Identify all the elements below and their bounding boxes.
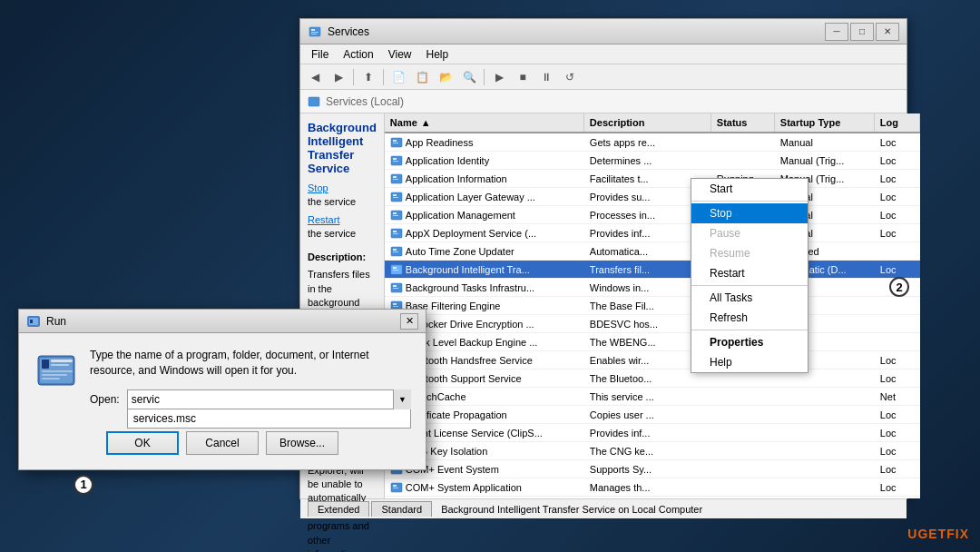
col-name[interactable]: Name ▲ xyxy=(385,113,584,132)
close-button[interactable]: ✕ xyxy=(876,23,899,41)
table-row[interactable]: Application Identity Determines ... Manu… xyxy=(385,152,920,170)
maximize-button[interactable]: □ xyxy=(850,23,874,41)
toolbar-separator-3 xyxy=(484,69,485,85)
service-row-icon xyxy=(390,263,403,276)
show-hide-button[interactable]: 📄 xyxy=(387,67,409,87)
menu-action[interactable]: Action xyxy=(336,46,380,63)
restart-link[interactable]: Restart xyxy=(308,214,377,225)
run-icon-container xyxy=(34,348,79,393)
menu-view[interactable]: View xyxy=(381,46,419,63)
table-row[interactable]: Application Information Facilitates t...… xyxy=(385,170,920,188)
col-log[interactable]: Log xyxy=(875,113,920,132)
run-input[interactable] xyxy=(127,389,411,409)
service-row-icon xyxy=(390,172,403,185)
service-startup xyxy=(775,388,875,405)
up-button[interactable]: ⬆ xyxy=(358,67,379,87)
col-description[interactable]: Description xyxy=(584,113,711,132)
forward-button[interactable]: ▶ xyxy=(328,67,349,87)
badge-2: 2 xyxy=(889,277,909,297)
table-row[interactable]: Client License Service (ClipS... Provide… xyxy=(385,424,920,442)
restart-button[interactable]: ↺ xyxy=(559,67,581,87)
context-menu-item-refresh[interactable]: Refresh xyxy=(691,308,808,328)
table-row[interactable]: App Readiness Gets apps re... Manual Loc xyxy=(385,133,920,152)
table-row[interactable]: CNG Key Isolation The CNG ke... Loc xyxy=(385,442,920,460)
tab-standard[interactable]: Standard xyxy=(371,501,432,517)
context-menu-item-start[interactable]: Start xyxy=(691,179,808,199)
table-header: Name ▲ Description Status Startup Type L… xyxy=(385,113,920,133)
stop-link[interactable]: Stop xyxy=(308,182,377,193)
service-row-icon xyxy=(390,136,403,149)
table-row[interactable]: BranchCache This service ... Net xyxy=(385,388,920,406)
play-button[interactable]: ▶ xyxy=(488,67,510,87)
stop-button[interactable]: ■ xyxy=(512,67,534,87)
service-log: Loc xyxy=(875,497,920,498)
context-menu-item-help[interactable]: Help xyxy=(691,352,808,372)
stop-text: the service xyxy=(308,196,356,207)
table-row[interactable]: Application Management Processes in... M… xyxy=(385,206,920,224)
svg-rect-18 xyxy=(393,212,397,214)
context-menu-item-restart[interactable]: Restart xyxy=(691,263,808,283)
context-menu-item-all-tasks[interactable]: All Tasks xyxy=(691,288,808,308)
toolbar-separator-2 xyxy=(383,69,384,85)
status-bar: Extended Standard Background Intelligent… xyxy=(300,498,906,518)
svg-rect-28 xyxy=(393,270,398,271)
cancel-button[interactable]: Cancel xyxy=(186,431,259,455)
toolbar-btn-4[interactable]: 🔍 xyxy=(458,67,480,87)
address-text: Services (Local) xyxy=(326,95,404,108)
svg-rect-74 xyxy=(51,360,73,362)
service-log: Loc xyxy=(875,133,920,151)
step-1-badge: 1 xyxy=(74,475,93,495)
table-row[interactable]: Background Intelligent Tra... Transfers … xyxy=(385,261,920,279)
toolbar-btn-3[interactable]: 📂 xyxy=(435,67,456,87)
run-close-button[interactable]: ✕ xyxy=(400,313,418,330)
table-row[interactable]: COM+ Event System Supports Sy... Loc xyxy=(385,460,920,478)
run-dialog-title: Run xyxy=(46,315,400,328)
table-row[interactable]: Block Level Backup Engine ... The WBENG.… xyxy=(385,333,920,351)
service-row-icon xyxy=(390,191,403,203)
table-row[interactable]: COMODO Internet Security ... COMODO Io..… xyxy=(385,497,920,498)
context-menu-item-stop[interactable]: Stop xyxy=(691,203,808,223)
minimize-button[interactable]: ─ xyxy=(825,23,848,41)
svg-rect-27 xyxy=(393,267,397,269)
autocomplete-item-services-msc[interactable]: services.msc xyxy=(128,409,410,428)
service-startup: Manual xyxy=(775,133,875,151)
table-row[interactable]: Certificate Propagation Copies user ... … xyxy=(385,406,920,424)
svg-rect-12 xyxy=(393,176,397,178)
table-row[interactable]: COM+ System Application Manages th... Lo… xyxy=(385,478,920,497)
run-autocomplete: services.msc xyxy=(127,409,411,429)
watermark-suffix: FIX xyxy=(946,527,969,541)
ok-button[interactable]: OK xyxy=(106,431,179,455)
tab-extended[interactable]: Extended xyxy=(308,501,369,517)
service-log: Loc xyxy=(875,224,920,242)
service-description: Gets apps re... xyxy=(584,133,711,151)
table-row[interactable]: Bluetooth Support Service The Bluetoo...… xyxy=(385,370,920,388)
col-status[interactable]: Status xyxy=(711,113,775,132)
svg-rect-7 xyxy=(393,143,398,143)
table-row[interactable]: BitLocker Drive Encryption ... BDESVC ho… xyxy=(385,315,920,333)
menu-file[interactable]: File xyxy=(304,46,336,63)
service-log: Loc xyxy=(875,261,920,278)
services-titlebar: Services ─ □ ✕ xyxy=(300,19,906,44)
service-log: Loc xyxy=(875,188,920,205)
browse-button[interactable]: Browse... xyxy=(266,431,338,455)
table-row[interactable]: AppX Deployment Service (... Provides in… xyxy=(385,224,920,242)
table-row[interactable]: Background Tasks Infrastru... Windows in… xyxy=(385,279,920,297)
run-dialog: Run ✕ Type the name of a program, folder… xyxy=(18,309,426,470)
service-status xyxy=(711,152,775,169)
context-menu-item-properties[interactable]: Properties xyxy=(691,332,808,352)
back-button[interactable]: ◀ xyxy=(304,67,326,87)
table-row[interactable]: Bluetooth Handsfree Service Enables wir.… xyxy=(385,351,920,370)
service-log xyxy=(875,242,920,260)
pause-button[interactable]: ⏸ xyxy=(535,67,557,87)
col-startup[interactable]: Startup Type xyxy=(775,113,875,132)
table-row[interactable]: Base Filtering Engine The Base Fil... xyxy=(385,297,920,315)
svg-rect-16 xyxy=(393,197,398,198)
context-menu: StartStopPauseResumeRestartAll TasksRefr… xyxy=(691,178,808,373)
run-dropdown-button[interactable]: ▼ xyxy=(393,389,411,409)
svg-rect-9 xyxy=(393,158,397,160)
toolbar-btn-2[interactable]: 📋 xyxy=(411,67,433,87)
service-description: Supports Sy... xyxy=(584,460,711,478)
table-row[interactable]: Application Layer Gateway ... Provides s… xyxy=(385,188,920,206)
table-row[interactable]: Auto Time Zone Updater Automatica... Dis… xyxy=(385,242,920,261)
menu-help[interactable]: Help xyxy=(419,46,456,63)
